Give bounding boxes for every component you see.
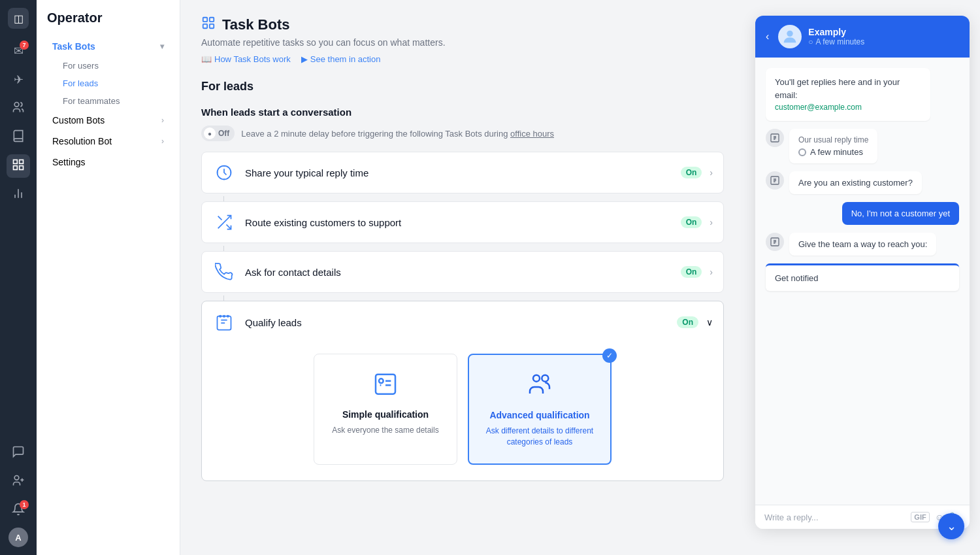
icon-bar: ◫ ✉ 7 ✈ 1 xyxy=(0,0,37,555)
chat-body: You'll get replies here and in your emai… xyxy=(755,58,970,505)
svg-point-27 xyxy=(787,31,793,37)
reply-time-value: A few minutes xyxy=(798,147,868,157)
selected-checkmark-icon: ✓ xyxy=(602,348,617,363)
toggle-row: ● Off Leave a 2 minute delay before trig… xyxy=(201,126,724,141)
bot-avatar-icon-3 xyxy=(766,233,784,251)
shuffle-icon xyxy=(212,210,236,234)
task-card-contact-details[interactable]: Ask for contact details On › xyxy=(201,251,724,293)
chat-status: ○ A few minutes xyxy=(808,37,959,46)
qualify-leads-card: Qualify leads On ∨ Simple qualification … xyxy=(201,301,724,481)
section-title: For leads xyxy=(201,80,724,93)
inbox-badge: 7 xyxy=(20,41,29,50)
svg-rect-2 xyxy=(20,160,24,163)
chat-avatar xyxy=(778,25,802,48)
scroll-down-button[interactable]: ⌄ xyxy=(938,513,964,539)
chat-header-info: Examply ○ A few minutes xyxy=(808,27,959,46)
nav-icon-operator[interactable] xyxy=(7,154,30,178)
toggle-description: Leave a 2 minute delay before triggering… xyxy=(241,129,554,139)
chevron-right-icon: › xyxy=(710,217,713,227)
connector-line xyxy=(223,295,224,301)
sidebar-item-label: Custom Bots xyxy=(52,115,105,126)
sidebar-item-custom-bots[interactable]: Custom Bots › xyxy=(42,110,174,131)
advanced-qual-desc: Ask different details to different categ… xyxy=(482,426,597,448)
chat-existing-question: Are you an existing customer? xyxy=(789,171,922,194)
qualify-card-label: Qualify leads xyxy=(245,317,677,328)
nav-icon-book[interactable] xyxy=(7,126,30,149)
chevron-right-icon: › xyxy=(161,137,164,146)
scroll-btn-row: ⌄ xyxy=(755,513,970,539)
qualify-card-header[interactable]: Qualify leads On ∨ xyxy=(202,301,723,343)
page-links: 📖 How Task Bots work ▶ See them in actio… xyxy=(201,54,724,64)
nav-icon-chart[interactable] xyxy=(7,183,30,207)
nav-icon-chat[interactable] xyxy=(7,441,30,465)
task-card-route-customers[interactable]: Route existing customers to support On › xyxy=(201,201,724,243)
svg-rect-1 xyxy=(14,160,18,163)
sidebar-title: Operator xyxy=(37,10,180,36)
cta-get-notified[interactable]: Get notified xyxy=(766,263,959,291)
nav-icon-compass[interactable]: ✈ xyxy=(7,68,30,92)
task-label-route-customers: Route existing customers to support xyxy=(245,217,681,228)
chart-icon xyxy=(12,187,25,203)
connector-line xyxy=(223,246,224,251)
delay-toggle[interactable]: ● Off xyxy=(201,126,235,141)
task-badge-reply-time: On xyxy=(681,167,702,178)
nav-icon-inbox[interactable]: ✉ 7 xyxy=(7,39,30,63)
sidebar-item-settings[interactable]: Settings xyxy=(42,152,174,173)
operator-icon xyxy=(12,158,25,175)
page-content: Task Bots Automate repetitive tasks so y… xyxy=(180,0,745,555)
chat-window: ‹ Examply ○ A few minutes xyxy=(755,16,970,529)
chat-message-bot-1: You'll get replies here and in your emai… xyxy=(766,68,930,121)
qualify-option-simple[interactable]: Simple qualification Ask everyone the sa… xyxy=(314,354,457,465)
play-icon: ▶ xyxy=(301,54,308,64)
bot-avatar-icon-2 xyxy=(766,171,784,190)
sidebar-sub-item-for-users[interactable]: For users xyxy=(42,57,174,75)
page-title-icon xyxy=(201,16,216,33)
page-title: Task Bots xyxy=(222,16,290,33)
when-subtitle: When leads start a conversation xyxy=(201,107,724,118)
sidebar-item-label: Task Bots xyxy=(52,41,95,52)
sidebar-sub-item-for-teammates[interactable]: For teammates xyxy=(42,92,174,110)
nav-icon-users[interactable] xyxy=(7,97,30,120)
chat-header: ‹ Examply ○ A few minutes xyxy=(755,16,970,58)
svg-rect-11 xyxy=(203,18,207,22)
nav-icon-team[interactable] xyxy=(7,470,30,494)
chat-question-existing: Are you an existing customer? xyxy=(766,171,959,194)
office-hours-link[interactable]: office hours xyxy=(510,129,554,139)
task-card-reply-time[interactable]: Share your typical reply time On › xyxy=(201,152,724,193)
sidebar-item-resolution-bot[interactable]: Resolution Bot › xyxy=(42,131,174,152)
chevron-right-icon: › xyxy=(161,116,164,125)
svg-rect-14 xyxy=(203,24,207,28)
contact-icon xyxy=(212,260,236,284)
simple-qual-icon xyxy=(372,370,399,401)
user-avatar[interactable]: A xyxy=(8,528,28,547)
see-in-action-link[interactable]: ▶ See them in action xyxy=(301,54,381,64)
how-task-bots-work-link[interactable]: 📖 How Task Bots work xyxy=(201,54,291,64)
chat-reach-question: Give the team a way to reach you: xyxy=(789,233,936,256)
svg-rect-23 xyxy=(376,375,395,394)
sidebar-item-label: Resolution Bot xyxy=(52,136,112,146)
qualify-icon xyxy=(212,311,236,334)
simple-qual-title: Simple qualification xyxy=(342,409,429,420)
qualify-option-advanced[interactable]: ✓ Advanced qualification Ask different d… xyxy=(468,354,612,465)
app-logo[interactable]: ◫ xyxy=(8,8,29,29)
nav-icon-bell[interactable]: 1 xyxy=(7,499,30,522)
compass-icon: ✈ xyxy=(14,73,24,87)
task-badge-contact-details: On xyxy=(681,266,702,278)
clock-icon xyxy=(212,161,236,184)
main-content: Task Bots Automate repetitive tasks so y… xyxy=(180,0,980,555)
reply-time-bubble: Our usual reply time A few minutes xyxy=(789,129,877,163)
reply-time-label: Our usual reply time xyxy=(798,135,868,144)
sidebar-item-task-bots[interactable]: Task Bots ▾ xyxy=(42,36,174,57)
back-icon[interactable]: ‹ xyxy=(766,31,769,42)
bell-badge: 1 xyxy=(20,500,29,509)
page-header: Task Bots Automate repetitive tasks so y… xyxy=(201,16,724,64)
users-icon xyxy=(12,101,25,117)
task-label-reply-time: Share your typical reply time xyxy=(245,167,681,178)
preview-panel: ‹ Examply ○ A few minutes xyxy=(745,0,980,555)
connector-line xyxy=(223,196,224,201)
sidebar-sub-item-for-leads[interactable]: For leads xyxy=(42,75,174,92)
svg-point-8 xyxy=(14,475,19,480)
toggle-dot: ● xyxy=(204,127,216,139)
svg-line-17 xyxy=(227,225,231,229)
simple-qual-desc: Ask everyone the same details xyxy=(332,425,438,436)
